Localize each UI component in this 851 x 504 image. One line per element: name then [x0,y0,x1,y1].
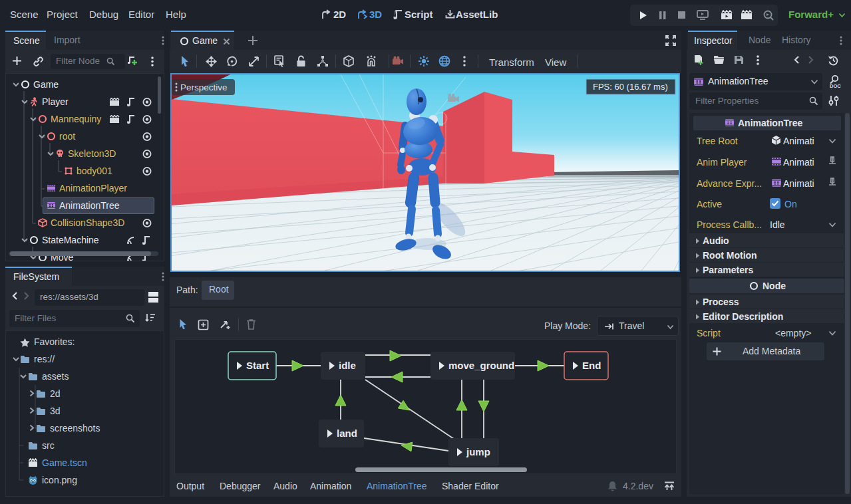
svg-text:move_ground: move_ground [448,360,514,371]
svg-text:Start: Start [246,360,269,371]
svg-text:land: land [337,428,357,439]
svg-text:idle: idle [339,360,356,371]
svg-text:FPS: 60 (16.67 ms): FPS: 60 (16.67 ms) [593,82,668,92]
svg-text:DOC: DOC [830,83,841,89]
svg-text:End: End [582,360,601,371]
svg-text:jump: jump [466,446,490,457]
svg-text:Perspective: Perspective [180,82,228,92]
